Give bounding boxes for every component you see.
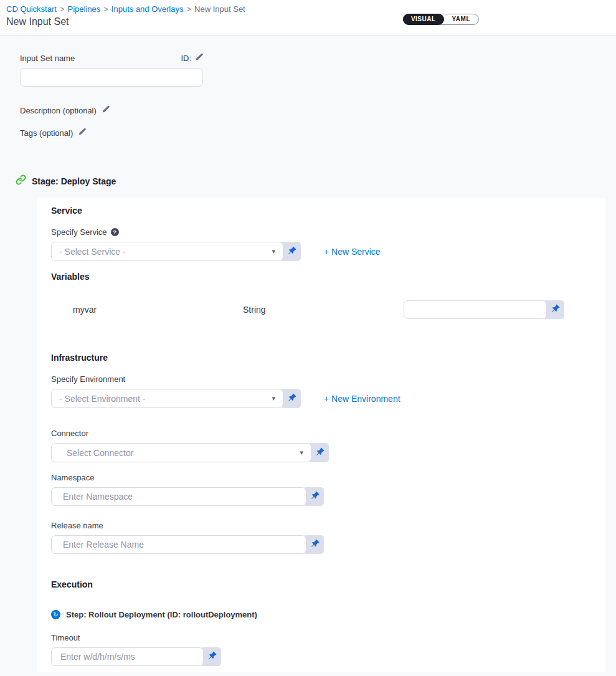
tags-label: Tags (optional) (20, 128, 73, 138)
release-name-label: Release name (51, 521, 592, 530)
service-section-heading: Service (51, 206, 592, 216)
environment-select[interactable]: - Select Environment - ▾ (51, 389, 283, 408)
infrastructure-heading: Infrastructure (51, 353, 592, 363)
input-set-name-input[interactable] (20, 68, 203, 87)
chevron-down-icon: ▾ (300, 449, 303, 457)
timeout-input[interactable] (51, 647, 204, 666)
service-select-value: - Select Service - (59, 247, 126, 257)
pin-icon (288, 393, 296, 404)
stage-card: Service Specify Service ? - Select Servi… (37, 198, 605, 672)
edit-description-icon[interactable] (102, 105, 110, 116)
new-environment-link[interactable]: + New Environment (324, 394, 400, 404)
execution-heading: Execution (51, 579, 592, 589)
breadcrumb-link-inputs-and-overlays[interactable]: Inputs and Overlays (111, 4, 184, 14)
specify-environment-label: Specify Environment (51, 374, 125, 384)
pin-icon (208, 651, 217, 662)
pin-icon (288, 246, 296, 257)
variable-row: myvar String (51, 300, 592, 319)
pin-icon (316, 447, 325, 459)
new-input-set-page: CD Quickstart>Pipelines>Inputs and Overl… (0, 0, 616, 676)
service-select[interactable]: - Select Service - ▾ (51, 242, 283, 261)
breadcrumb: CD Quickstart>Pipelines>Inputs and Overl… (6, 4, 616, 14)
variable-type: String (243, 305, 404, 315)
stage-header: Stage: Deploy Stage (16, 174, 616, 188)
chevron-down-icon: ▾ (272, 394, 275, 402)
variable-name: myvar (73, 305, 243, 315)
namespace-label: Namespace (51, 473, 592, 482)
edit-tags-icon[interactable] (78, 127, 86, 138)
help-icon[interactable]: ? (111, 228, 119, 236)
breadcrumb-link-cd-quickstart[interactable]: CD Quickstart (6, 4, 57, 14)
pin-icon (311, 491, 320, 502)
specify-service-label: Specify Service (51, 227, 107, 237)
rollout-step-icon: ↻ (51, 610, 60, 619)
new-service-link[interactable]: + New Service (324, 247, 381, 257)
page-header: CD Quickstart>Pipelines>Inputs and Overl… (0, 0, 616, 36)
step-header: ↻ Step: Rollout Deployment (ID: rolloutD… (51, 610, 592, 619)
release-name-input[interactable] (51, 535, 306, 554)
id-label: ID: (181, 54, 191, 63)
variables-heading: Variables (51, 272, 592, 282)
edit-id-icon[interactable] (195, 52, 203, 64)
pin-icon (311, 539, 320, 550)
pin-icon (551, 304, 560, 315)
namespace-input[interactable] (51, 487, 306, 506)
breadcrumb-separator: > (60, 4, 65, 14)
input-set-form: Input Set name ID: Description (optional… (0, 52, 616, 138)
description-label: Description (optional) (20, 106, 97, 115)
connector-select[interactable]: Select Connector ▾ (51, 443, 311, 462)
variable-value-input[interactable] (404, 300, 547, 319)
input-set-name-label: Input Set name (20, 54, 75, 63)
breadcrumb-separator: > (186, 4, 191, 14)
toggle-yaml[interactable]: YAML (444, 14, 478, 25)
step-title: Step: Rollout Deployment (ID: rolloutDep… (66, 610, 257, 619)
breadcrumb-link-pipelines[interactable]: Pipelines (68, 4, 101, 14)
timeout-label: Timeout (51, 633, 592, 642)
stage-title: Stage: Deploy Stage (32, 176, 116, 186)
connector-select-value: Select Connector (67, 448, 133, 458)
chevron-down-icon: ▾ (272, 247, 275, 255)
toggle-visual[interactable]: VISUAL (403, 14, 444, 25)
visual-yaml-toggle[interactable]: VISUAL YAML (403, 14, 479, 25)
environment-select-value: - Select Environment - (59, 394, 146, 404)
connector-label: Connector (51, 429, 592, 438)
breadcrumb-separator: > (103, 4, 108, 14)
breadcrumb-current: New Input Set (194, 4, 245, 14)
page-title: New Input Set (6, 16, 616, 27)
link-icon (16, 174, 26, 188)
